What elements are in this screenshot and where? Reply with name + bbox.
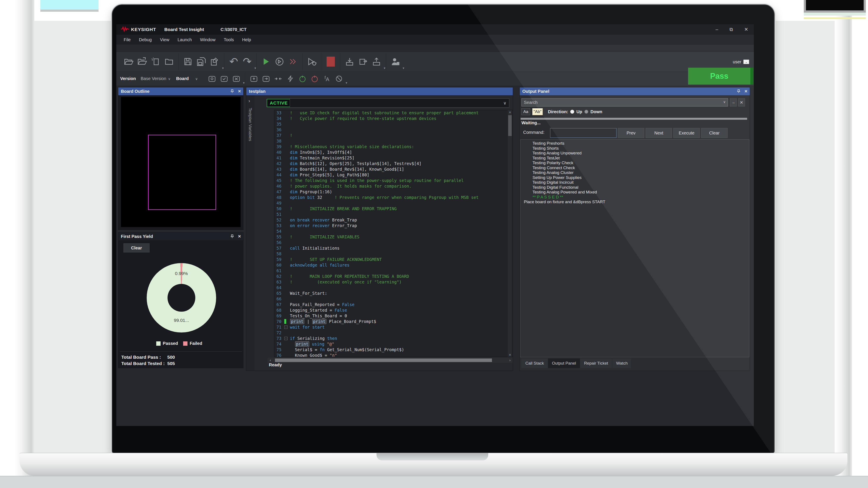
- tab-output-panel[interactable]: Output Panel: [548, 359, 580, 368]
- menu-help[interactable]: Help: [242, 37, 251, 42]
- search-clear-icon[interactable]: ✕: [738, 98, 745, 106]
- pin-icon[interactable]: [737, 89, 741, 94]
- connect-icon[interactable]: [272, 73, 284, 85]
- open-recent-icon[interactable]: [135, 55, 149, 69]
- code-line: 72: [274, 330, 503, 335]
- line-number: 75: [274, 347, 284, 352]
- clear-button[interactable]: Clear: [123, 243, 150, 253]
- step-fast-icon[interactable]: [286, 55, 300, 69]
- expand-icon[interactable]: ›: [248, 98, 250, 104]
- power-off-icon[interactable]: [309, 73, 321, 85]
- board-outline-canvas[interactable]: [121, 97, 241, 227]
- toolbar-group: [386, 53, 405, 70]
- fold-icon[interactable]: -: [284, 337, 287, 340]
- totals-block: Total Board Pass :500 Total Board Tested…: [121, 354, 175, 366]
- redo-icon[interactable]: ↷: [241, 55, 254, 69]
- menu-tools[interactable]: Tools: [224, 37, 234, 42]
- fixture-flip-icon[interactable]: [260, 73, 272, 85]
- disconnect-icon[interactable]: [284, 73, 297, 85]
- prev-button[interactable]: Prev: [618, 128, 644, 138]
- new-doc-icon[interactable]: [149, 55, 162, 69]
- code-editor[interactable]: 33! use ID check for digital test subrou…: [274, 110, 512, 357]
- scroll-down-icon[interactable]: ∨: [507, 353, 512, 356]
- search-input[interactable]: [522, 98, 728, 106]
- execute-button[interactable]: Execute: [673, 128, 700, 138]
- close-icon[interactable]: ✕: [238, 234, 241, 239]
- tab-watch[interactable]: Watch: [612, 359, 632, 368]
- direction-down-radio[interactable]: [584, 110, 588, 113]
- hscroll-thumb[interactable]: [275, 359, 492, 362]
- close-icon[interactable]: ✕: [744, 27, 748, 32]
- line-number: 56: [274, 240, 284, 245]
- run-debug-icon[interactable]: [305, 55, 318, 69]
- scroll-right-icon[interactable]: ›: [507, 358, 513, 362]
- horizontal-scrollbar[interactable]: ‹ ›: [268, 358, 513, 363]
- autofile-icon[interactable]: fA: [321, 73, 333, 85]
- board-outline-panel: Board Outline ✕: [118, 87, 244, 230]
- scroll-left-icon[interactable]: ‹: [268, 358, 273, 362]
- direction-up-radio[interactable]: [570, 110, 574, 113]
- power-on-icon[interactable]: [297, 73, 309, 85]
- save-as-icon[interactable]: [208, 55, 222, 69]
- step-next-icon[interactable]: [273, 55, 286, 69]
- menu-file[interactable]: File: [124, 37, 131, 42]
- version-select[interactable]: Base Version∨: [141, 76, 170, 81]
- upload-icon[interactable]: [370, 55, 383, 69]
- minimize-icon[interactable]: –: [716, 27, 718, 32]
- scroll-up-icon[interactable]: ∧: [507, 110, 512, 114]
- search-dropdown-icon[interactable]: ∨: [723, 100, 726, 104]
- vertical-scrollbar[interactable]: ∧ ∨: [507, 110, 512, 357]
- tab-call-stack[interactable]: Call Stack: [522, 359, 548, 368]
- undo-icon[interactable]: ↶: [227, 55, 241, 69]
- up-label: Up: [576, 109, 582, 114]
- match-word-button[interactable]: "Ab": [532, 108, 543, 115]
- search-go-icon[interactable]: →: [730, 98, 737, 106]
- log-line: Setting Up Power Supplies: [520, 175, 749, 180]
- clear-button[interactable]: Clear: [701, 128, 727, 138]
- line-number: 47: [274, 189, 284, 194]
- close-icon[interactable]: ✕: [238, 89, 241, 94]
- board-x-icon[interactable]: [230, 73, 242, 85]
- output-panel-header: Output Panel ✕: [520, 88, 750, 95]
- pin-icon[interactable]: [230, 234, 235, 238]
- menu-view[interactable]: View: [160, 37, 169, 42]
- import-icon[interactable]: [343, 55, 356, 69]
- tab-repair-ticket[interactable]: Repair Ticket: [580, 359, 612, 368]
- line-number: 40: [274, 150, 284, 155]
- line-number: 49: [274, 201, 284, 205]
- vscroll-thumb[interactable]: [508, 115, 512, 136]
- status-text: Ready: [269, 362, 282, 367]
- open-icon[interactable]: [122, 55, 135, 69]
- maximize-icon[interactable]: ⧉: [730, 27, 733, 32]
- board-select[interactable]: ∨: [193, 76, 198, 81]
- export-icon[interactable]: [356, 55, 370, 69]
- search-options: Aa "Ab" Direction: Up Down: [522, 108, 602, 115]
- fold-icon[interactable]: -: [284, 326, 287, 329]
- menu-launch[interactable]: Launch: [178, 37, 192, 42]
- save-all-icon[interactable]: [195, 55, 208, 69]
- user-dropdown-icon[interactable]: ⌄: [743, 60, 749, 64]
- run-icon[interactable]: [259, 55, 273, 69]
- output-log[interactable]: Testing PreshortsTesting ShortsTesting A…: [520, 139, 749, 357]
- user-label: user: [733, 59, 741, 64]
- match-case-button[interactable]: Aa: [522, 108, 530, 115]
- fixture-down-icon[interactable]: [248, 73, 260, 85]
- pin-icon[interactable]: [230, 89, 235, 94]
- menu-debug[interactable]: Debug: [139, 37, 152, 42]
- next-button[interactable]: Next: [646, 128, 672, 138]
- testplan-variables-tab[interactable]: Testplan Variables: [248, 108, 253, 141]
- bottom-tabs: Call StackOutput PanelRepair TicketWatch: [522, 359, 632, 368]
- board-check-icon[interactable]: [218, 73, 230, 85]
- code-line: 63! (executed only once if "learning"): [274, 279, 503, 285]
- board-view-icon[interactable]: [206, 73, 218, 85]
- testplan-variables-sidebar[interactable]: › Testplan Variables: [246, 95, 254, 371]
- user-icon[interactable]: [389, 55, 402, 69]
- close-icon[interactable]: ✕: [744, 89, 748, 94]
- disabled-icon[interactable]: [333, 73, 345, 85]
- stop-icon[interactable]: [324, 55, 337, 69]
- command-input[interactable]: [550, 128, 617, 138]
- menu-window[interactable]: Window: [200, 37, 215, 42]
- testplan-section-dropdown[interactable]: ∨: [290, 98, 509, 107]
- folder-icon[interactable]: [162, 55, 176, 69]
- save-icon[interactable]: [181, 55, 195, 69]
